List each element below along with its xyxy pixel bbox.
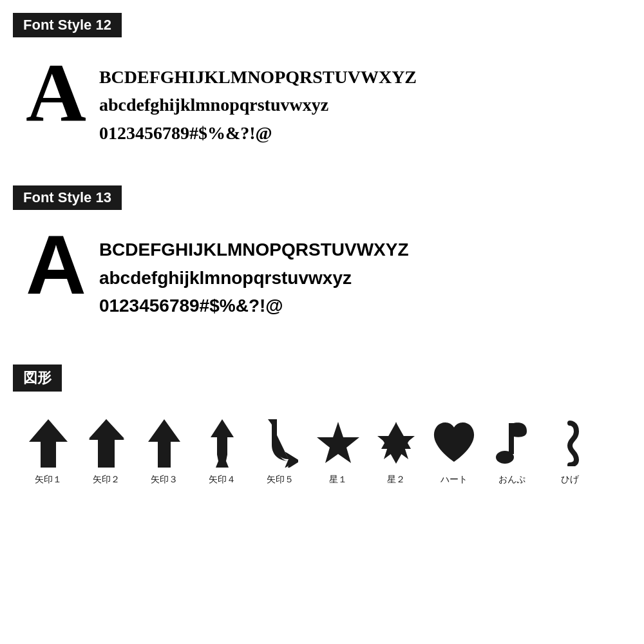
font-demo-13: A BCDEFGHIJKLMNOPQRSTUVWXYZ abcdefghijkl… — [13, 223, 631, 332]
svg-marker-6 — [216, 458, 229, 468]
star2-icon — [374, 417, 419, 469]
line2-12: abcdefghijklmnopqrstuvwxyz — [99, 91, 417, 118]
figure-item-star1: 星１ — [309, 417, 367, 486]
star2-label: 星２ — [387, 474, 405, 486]
figures-header: 図形 — [13, 365, 62, 392]
figure-item-arrow5: 矢印５ — [251, 417, 309, 486]
arrow4-icon — [200, 417, 245, 469]
big-letter-13: A — [26, 223, 86, 307]
star1-label: 星１ — [329, 474, 347, 486]
figure-item-heart: ハート — [425, 417, 483, 486]
figure-item-star2: 星２ — [367, 417, 425, 486]
figure-item-music: おんぷ — [483, 417, 541, 486]
svg-marker-0 — [29, 419, 68, 468]
mustache-icon — [547, 417, 592, 469]
font-style-12-section: Font Style 12 A BCDEFGHIJKLMNOPQRSTUVWXY… — [13, 13, 631, 160]
heart-label: ハート — [440, 474, 468, 486]
line2-13: abcdefghijklmnopqrstuvwxyz — [99, 264, 409, 292]
svg-marker-4 — [148, 419, 180, 468]
font-style-13-header: Font Style 13 — [13, 185, 122, 210]
arrow2-label: 矢印２ — [93, 474, 120, 486]
svg-marker-12 — [381, 437, 411, 464]
mustache-label: ひげ — [561, 474, 579, 486]
figures-section: 図形 矢印１ — [13, 365, 631, 492]
line1-12: BCDEFGHIJKLMNOPQRSTUVWXYZ — [99, 63, 417, 91]
font-demo-12: A BCDEFGHIJKLMNOPQRSTUVWXYZ abcdefghijkl… — [13, 50, 631, 160]
arrow5-label: 矢印５ — [267, 474, 294, 486]
figure-item-mustache: ひげ — [541, 417, 599, 486]
figure-item-arrow3: 矢印３ — [135, 417, 193, 486]
figure-item-arrow1: 矢印１ — [19, 417, 77, 486]
line1-13: BCDEFGHIJKLMNOPQRSTUVWXYZ — [99, 236, 409, 263]
line3-12: 0123456789#$%&?!@ — [99, 119, 417, 147]
svg-point-14 — [496, 451, 514, 464]
music-label: おんぷ — [498, 474, 526, 486]
alphabet-lines-13: BCDEFGHIJKLMNOPQRSTUVWXYZ abcdefghijklmn… — [99, 229, 409, 319]
arrow4-label: 矢印４ — [209, 474, 236, 486]
alphabet-lines-12: BCDEFGHIJKLMNOPQRSTUVWXYZ abcdefghijklmn… — [99, 57, 417, 147]
figures-grid: 矢印１ 矢印２ — [13, 404, 631, 492]
heart-icon — [431, 417, 477, 469]
arrow1-label: 矢印１ — [35, 474, 62, 486]
font-style-13-section: Font Style 13 A BCDEFGHIJKLMNOPQRSTUVWXY… — [13, 185, 631, 332]
arrow3-label: 矢印３ — [151, 474, 178, 486]
font-style-12-header: Font Style 12 — [13, 13, 122, 37]
svg-marker-7 — [317, 422, 359, 463]
arrow1-icon — [26, 417, 71, 469]
line3-13: 0123456789#$%&?!@ — [99, 292, 409, 319]
figure-item-arrow2: 矢印２ — [77, 417, 135, 486]
page: Font Style 12 A BCDEFGHIJKLMNOPQRSTUVWXY… — [0, 0, 644, 524]
arrow5-icon — [258, 417, 303, 469]
svg-rect-13 — [509, 423, 514, 454]
figure-item-arrow4: 矢印４ — [193, 417, 251, 486]
arrow2-icon — [84, 417, 129, 469]
arrow3-icon — [142, 417, 187, 469]
star1-icon — [316, 417, 361, 469]
music-icon — [489, 417, 535, 469]
big-letter-12: A — [26, 50, 86, 134]
